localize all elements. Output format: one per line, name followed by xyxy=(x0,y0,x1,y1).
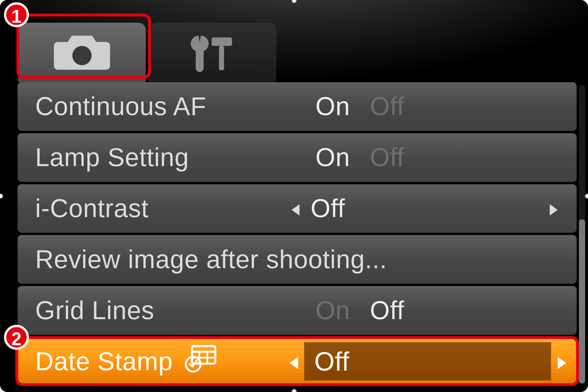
callout-2-number: 2 xyxy=(11,328,22,350)
value-text: Off xyxy=(314,347,349,376)
callout-1-number: 1 xyxy=(11,5,22,28)
menu-label: Lamp Setting xyxy=(35,143,189,172)
resize-handle[interactable] xyxy=(0,194,3,199)
chevron-right-icon[interactable]: ▶ xyxy=(550,200,558,217)
menu-row-continuous-af[interactable]: Continuous AF On Off xyxy=(18,82,577,131)
chevron-right-icon[interactable]: ▶ xyxy=(558,352,566,371)
option-off[interactable]: Off xyxy=(370,296,404,325)
menu-list: Continuous AF On Off Lamp Setting On Off… xyxy=(18,82,577,386)
chevron-left-icon[interactable]: ◀ xyxy=(292,200,300,217)
chevron-left-icon[interactable]: ◀ xyxy=(290,352,298,371)
option-off[interactable]: Off xyxy=(370,92,404,121)
menu-row-date-stamp[interactable]: Date Stamp ◀ Off ▶ xyxy=(18,337,577,386)
scrollbar[interactable] xyxy=(579,85,585,383)
menu-label: Grid Lines xyxy=(35,296,154,325)
svg-rect-1 xyxy=(219,46,224,70)
menu-row-review-image[interactable]: Review image after shooting... xyxy=(18,235,577,284)
resize-handle[interactable] xyxy=(292,389,297,392)
menu-row-lamp-setting[interactable]: Lamp Setting On Off xyxy=(18,133,577,182)
menu-label: Date Stamp xyxy=(35,347,173,376)
option-on[interactable]: On xyxy=(315,143,350,172)
svg-point-0 xyxy=(72,46,92,65)
menu-tabs xyxy=(0,0,588,82)
option-off[interactable]: Off xyxy=(370,143,404,172)
value-box: Off xyxy=(304,342,551,381)
callout-1-badge: 1 xyxy=(4,2,29,27)
option-on[interactable]: On xyxy=(315,92,350,121)
scrollbar-thumb[interactable] xyxy=(579,219,585,383)
menu-row-i-contrast[interactable]: i-Contrast ◀ Off ▶ xyxy=(18,184,577,233)
tab-shooting[interactable] xyxy=(18,23,146,82)
resize-handle[interactable] xyxy=(585,194,588,199)
camera-icon xyxy=(52,31,112,74)
menu-label: Continuous AF xyxy=(35,92,206,121)
menu-label: Review image after shooting... xyxy=(35,245,387,274)
svg-rect-2 xyxy=(212,37,232,46)
date-stamp-icon xyxy=(181,344,218,379)
menu-row-grid-lines[interactable]: Grid Lines On Off xyxy=(18,286,577,335)
callout-2-badge: 2 xyxy=(4,325,29,350)
camera-menu-screen: 1 Continuous AF On Off Lamp Setting On O… xyxy=(0,0,588,392)
resize-handle[interactable] xyxy=(585,389,588,392)
menu-label: i-Contrast xyxy=(35,194,149,223)
option-on[interactable]: On xyxy=(315,296,350,325)
resize-handle[interactable] xyxy=(0,389,3,392)
tools-icon xyxy=(186,31,239,74)
tab-setup[interactable] xyxy=(149,23,276,82)
value-text: Off xyxy=(311,194,345,223)
